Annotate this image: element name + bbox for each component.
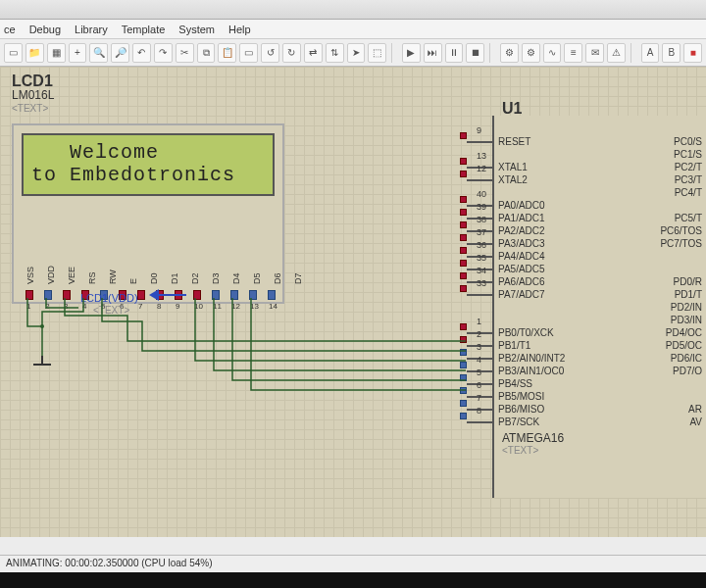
redo-icon[interactable]: ↷ (154, 43, 173, 63)
arrow-icon[interactable]: ➤ (347, 43, 366, 63)
lcd-pad-7[interactable]: 7 (137, 290, 145, 300)
letterbox-bar (0, 572, 706, 588)
err-icon[interactable]: ⚠ (607, 43, 626, 63)
paste-icon[interactable]: 📋 (218, 43, 236, 63)
menu-library[interactable]: Library (75, 24, 108, 35)
net-label[interactable]: LCD1(VDD) (80, 292, 138, 304)
zoom-in-icon[interactable]: 🔍 (89, 43, 108, 63)
lcd-pin-vdd: VDD (46, 259, 56, 284)
status-text: ANIMATING: 00:00:02.350000 (CPU load 54%… (6, 558, 212, 568)
pick-icon[interactable]: ⬚ (368, 43, 386, 63)
toolbar: ▭📁▦+🔍🔎↶↷✂⧉📋▭↺↻⇄⇅➤⬚▶⏭⏸⏹⚙⚙∿≡✉⚠AB■ (0, 39, 706, 67)
lcd-pad-11[interactable]: 11 (212, 290, 220, 300)
ic-pad-5[interactable] (460, 374, 467, 381)
ic-pad-33[interactable] (460, 285, 467, 292)
ic-pad-7[interactable] (460, 400, 467, 407)
msg-icon[interactable]: ✉ (585, 43, 604, 63)
red-icon[interactable]: ■ (683, 43, 702, 63)
lcd-pad-14[interactable]: 14 (268, 290, 276, 300)
menu-system[interactable]: System (178, 24, 215, 35)
open-icon[interactable]: 📁 (25, 43, 44, 63)
flip-v-icon[interactable]: ⇅ (326, 43, 344, 63)
lcd-pin-d6: D6 (273, 259, 282, 284)
lcd-pin-d2: D2 (190, 259, 200, 284)
grid-icon[interactable]: ▦ (47, 43, 66, 63)
lcd-text: <TEXT> (12, 102, 54, 116)
step-icon[interactable]: ⏭ (424, 43, 442, 63)
net-label-text: <TEXT> (93, 305, 129, 316)
b-icon[interactable]: B (662, 43, 681, 63)
lcd-pad-13[interactable]: 13 (249, 290, 257, 300)
voltage-probe-icon[interactable] (155, 294, 186, 306)
menu-debug[interactable]: Debug (29, 24, 61, 35)
title-bar (0, 0, 706, 20)
lcd-pin-d1: D1 (170, 259, 179, 284)
lcd-pin-e: E (128, 259, 138, 284)
rotate-l-icon[interactable]: ↺ (261, 43, 279, 63)
file-icon[interactable]: ▭ (4, 43, 23, 63)
schematic-canvas[interactable]: LCD1 LM016L <TEXT> Welcome to Embedotron… (0, 67, 706, 537)
ic-pad-36[interactable] (460, 247, 467, 254)
ic-pin-8[interactable]: 8PB7/SCK (467, 416, 494, 428)
ic-pad-38[interactable] (460, 221, 467, 228)
lcd-pin-rw: RW (108, 259, 118, 284)
lcd-pad-2[interactable]: 2 (44, 290, 52, 300)
menu-bar: ce Debug Library Template System Help (0, 20, 706, 39)
log-icon[interactable]: ≡ (564, 43, 582, 63)
ic-pad-4[interactable] (460, 362, 467, 368)
menu-help[interactable]: Help (228, 24, 251, 35)
ic-pad-12[interactable] (460, 171, 467, 177)
ic-pad-35[interactable] (460, 260, 467, 267)
ic-pin-33[interactable]: 33PA7/ADC7 (467, 288, 494, 301)
cfg2-icon[interactable]: ⚙ (522, 43, 540, 63)
lcd-part: LM016L (12, 88, 54, 102)
block-icon[interactable]: ▭ (239, 43, 258, 63)
wave-icon[interactable]: ∿ (543, 43, 562, 63)
ic-pad-9[interactable] (460, 132, 467, 139)
ic-pin-9[interactable]: 9RESET (467, 135, 494, 148)
ic-pad-34[interactable] (460, 272, 467, 279)
ic-pad-3[interactable] (460, 349, 467, 356)
menu-ce[interactable]: ce (4, 24, 16, 35)
pause-icon[interactable]: ⏸ (445, 43, 464, 63)
ic-pad-39[interactable] (460, 209, 467, 216)
lcd-ref[interactable]: LCD1 (12, 74, 54, 88)
rotate-r-icon[interactable]: ↻ (282, 43, 301, 63)
a-icon[interactable]: A (641, 43, 660, 63)
menu-template[interactable]: Template (122, 24, 166, 35)
flip-h-icon[interactable]: ⇄ (304, 43, 323, 63)
copy-icon[interactable]: ⧉ (197, 43, 216, 63)
lcd-pin-vee: VEE (67, 259, 76, 284)
plus-icon[interactable]: + (69, 43, 87, 63)
lcd-pin-d0: D0 (149, 259, 159, 284)
ic-pad-37[interactable] (460, 234, 467, 241)
ground-symbol[interactable] (33, 356, 57, 369)
lcd-pin-vss: VSS (25, 259, 35, 284)
undo-icon[interactable]: ↶ (132, 43, 151, 63)
lcd-pin-d4: D4 (231, 259, 241, 284)
cfg1-icon[interactable]: ⚙ (500, 43, 519, 63)
ic-pin-12[interactable]: 12XTAL2 (467, 173, 494, 186)
lcd-screen: Welcome to Embedotronics (22, 133, 275, 196)
lcd-component[interactable]: Welcome to Embedotronics VSSVDDVEERSRWED… (12, 123, 284, 304)
zoom-out-icon[interactable]: 🔎 (111, 43, 129, 63)
lcd-pin-d7: D7 (293, 259, 303, 284)
lcd-pad-10[interactable]: 10 (193, 290, 201, 300)
play-icon[interactable]: ▶ (402, 43, 421, 63)
lcd-pad-1[interactable]: 1 (25, 290, 33, 300)
ic-pad-40[interactable] (460, 196, 467, 203)
ic-pad-1[interactable] (460, 323, 467, 330)
lcd-pin-d3: D3 (211, 259, 221, 284)
ic-pad-13[interactable] (460, 158, 467, 165)
ic-pad-8[interactable] (460, 413, 467, 419)
cut-icon[interactable]: ✂ (176, 43, 194, 63)
ic-part: ATMEGA16 (502, 431, 564, 445)
lcd-pad-3[interactable]: 3 (63, 290, 71, 300)
stop-icon[interactable]: ⏹ (466, 43, 484, 63)
lcd-pad-12[interactable]: 12 (230, 290, 238, 300)
ic-pad-6[interactable] (460, 387, 467, 394)
status-bar: ANIMATING: 00:00:02.350000 (CPU load 54%… (0, 555, 706, 572)
lcd-pin-labels: VSSVDDVEERSRWED0D1D2D3D4D5D6D7 (25, 259, 303, 284)
lcd-pin-d5: D5 (252, 259, 262, 284)
ic-pad-2[interactable] (460, 336, 467, 343)
